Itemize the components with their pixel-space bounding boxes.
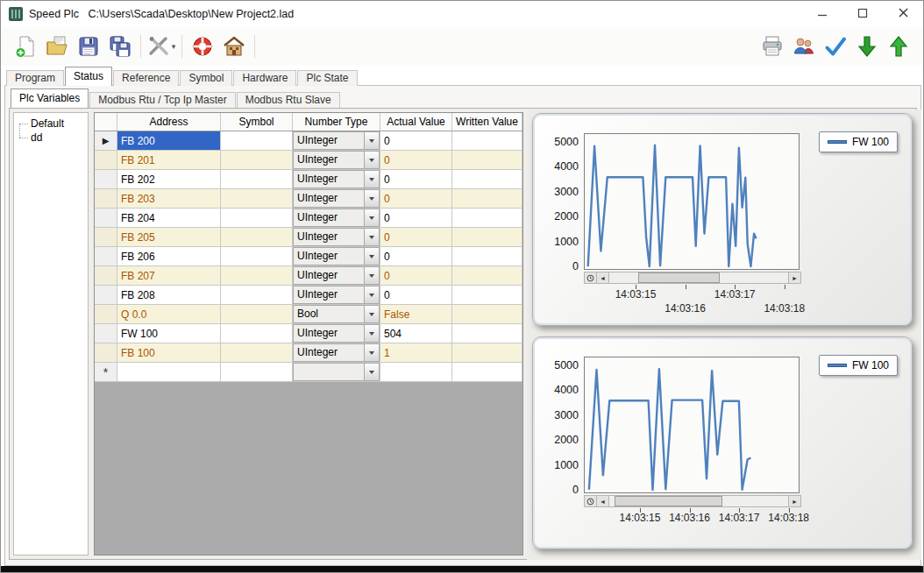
written-value-cell[interactable] xyxy=(452,247,522,266)
number-type-combo[interactable] xyxy=(293,363,380,381)
written-value-cell[interactable] xyxy=(452,286,522,305)
subtab-modbus-rtu-slave[interactable]: Modbus Rtu Slave xyxy=(237,92,340,108)
clock-button[interactable] xyxy=(585,496,597,506)
number-type-combo[interactable]: UInteger xyxy=(293,266,380,285)
scrollbar-track[interactable] xyxy=(609,496,788,506)
actual-value-cell[interactable]: 0 xyxy=(380,247,452,266)
help-lifebuoy-button[interactable] xyxy=(187,31,218,62)
row-selector[interactable]: * xyxy=(95,363,117,382)
row-selector[interactable] xyxy=(95,170,117,189)
symbol-cell[interactable] xyxy=(221,228,293,247)
number-type-combo[interactable]: UInteger xyxy=(293,131,380,150)
symbol-cell[interactable] xyxy=(221,170,293,189)
scrollbar-track[interactable] xyxy=(609,272,788,283)
address-cell[interactable] xyxy=(117,363,221,382)
combo-dropdown-button[interactable] xyxy=(364,286,379,303)
close-button[interactable] xyxy=(883,1,923,27)
written-value-cell[interactable] xyxy=(452,324,522,343)
minimize-button[interactable] xyxy=(802,1,842,27)
address-cell[interactable]: FB 208 xyxy=(117,286,221,305)
tab-reference[interactable]: Reference xyxy=(113,70,179,86)
address-cell[interactable]: FB 206 xyxy=(117,247,221,266)
tree-item-dd[interactable]: dd xyxy=(16,131,86,145)
written-value-cell[interactable] xyxy=(452,305,522,324)
written-value-cell[interactable] xyxy=(452,209,522,228)
tab-hardware[interactable]: Hardware xyxy=(233,70,296,86)
address-cell[interactable]: Q 0.0 xyxy=(117,305,221,324)
row-selector[interactable] xyxy=(95,247,117,266)
address-cell[interactable]: FB 205 xyxy=(117,228,221,247)
actual-value-cell[interactable]: 0 xyxy=(380,151,452,170)
row-selector[interactable] xyxy=(95,324,117,343)
tab-status[interactable]: Status xyxy=(65,67,112,86)
row-selector[interactable] xyxy=(95,209,117,228)
tree-item-default[interactable]: Default xyxy=(16,117,86,131)
actual-value-cell[interactable]: 0 xyxy=(380,189,452,209)
build-home-button[interactable] xyxy=(218,31,250,62)
symbol-cell[interactable] xyxy=(221,286,293,305)
actual-value-cell[interactable]: 0 xyxy=(380,286,452,305)
combo-dropdown-button[interactable] xyxy=(364,229,379,245)
row-selector[interactable] xyxy=(95,266,117,286)
address-cell[interactable]: FB 201 xyxy=(117,151,221,170)
combo-dropdown-button[interactable] xyxy=(364,364,379,380)
scroll-right-button[interactable]: ► xyxy=(788,272,800,283)
symbol-cell[interactable] xyxy=(221,363,293,382)
number-type-combo[interactable]: UInteger xyxy=(293,170,380,188)
row-selector[interactable] xyxy=(95,305,117,324)
symbol-cell[interactable] xyxy=(221,305,293,324)
written-value-cell[interactable] xyxy=(452,131,522,151)
open-project-button[interactable] xyxy=(41,31,73,62)
download-to-plc-button[interactable] xyxy=(851,31,883,62)
symbol-cell[interactable] xyxy=(221,266,293,286)
number-type-combo[interactable]: UInteger xyxy=(293,189,380,208)
actual-value-cell[interactable]: False xyxy=(380,305,452,324)
address-cell[interactable]: FB 100 xyxy=(117,343,221,363)
symbol-cell[interactable] xyxy=(221,189,293,209)
verify-button[interactable] xyxy=(820,31,851,62)
number-type-combo[interactable]: UInteger xyxy=(293,209,380,227)
actual-value-cell[interactable]: 0 xyxy=(380,228,452,247)
actual-value-cell[interactable] xyxy=(380,363,452,382)
number-type-combo[interactable]: UInteger xyxy=(293,151,380,169)
written-value-cell[interactable] xyxy=(452,151,522,170)
actual-value-cell[interactable]: 0 xyxy=(380,170,452,189)
written-value-cell[interactable] xyxy=(452,266,522,286)
tab-program[interactable]: Program xyxy=(6,70,64,86)
row-selector[interactable] xyxy=(95,286,117,305)
save-all-button[interactable] xyxy=(104,31,136,62)
actual-value-cell[interactable]: 0 xyxy=(380,131,452,151)
tab-symbol[interactable]: Symbol xyxy=(180,70,232,86)
scroll-left-button[interactable]: ◄ xyxy=(597,496,609,506)
symbol-cell[interactable] xyxy=(221,151,293,170)
upload-from-plc-button[interactable] xyxy=(883,31,914,62)
tools-button[interactable]: ▾ xyxy=(146,31,177,62)
scroll-left-button[interactable]: ◄ xyxy=(597,272,609,283)
number-type-combo[interactable]: UInteger xyxy=(293,324,380,343)
number-type-combo[interactable]: UInteger xyxy=(293,343,380,362)
written-value-cell[interactable] xyxy=(452,170,522,189)
row-selector[interactable] xyxy=(95,343,117,363)
combo-dropdown-button[interactable] xyxy=(364,209,379,226)
written-value-cell[interactable] xyxy=(452,228,522,247)
maximize-button[interactable] xyxy=(842,1,883,27)
actual-value-cell[interactable]: 0 xyxy=(380,209,452,228)
symbol-cell[interactable] xyxy=(221,209,293,228)
save-button[interactable] xyxy=(73,31,104,62)
number-type-combo[interactable]: Bool xyxy=(293,305,380,323)
combo-dropdown-button[interactable] xyxy=(364,306,379,322)
subtab-modbus-rtu-tcp-ip-master[interactable]: Modbus Rtu / Tcp Ip Master xyxy=(89,92,236,108)
combo-dropdown-button[interactable] xyxy=(364,132,379,149)
number-type-combo[interactable]: UInteger xyxy=(293,247,380,265)
symbol-cell[interactable] xyxy=(221,324,293,343)
row-selector[interactable]: ▶ xyxy=(95,131,117,151)
combo-dropdown-button[interactable] xyxy=(364,152,379,168)
users-button[interactable] xyxy=(788,31,820,62)
combo-dropdown-button[interactable] xyxy=(364,248,379,265)
address-cell[interactable]: FB 202 xyxy=(117,170,221,189)
combo-dropdown-button[interactable] xyxy=(364,171,379,187)
address-cell[interactable]: FB 200 xyxy=(117,131,221,151)
row-selector[interactable] xyxy=(95,189,117,209)
written-value-cell[interactable] xyxy=(452,343,522,363)
symbol-cell[interactable] xyxy=(221,131,293,151)
